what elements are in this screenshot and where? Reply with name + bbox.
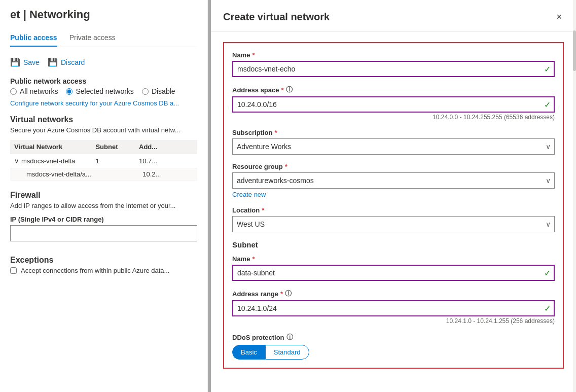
subnet-name-input-wrapper: ✓ (232, 265, 555, 281)
form-border-box: Name * ✓ Address space * ⓘ (223, 42, 564, 369)
left-panel: et | Networking Public access Private ac… (0, 0, 208, 392)
address-space-label: Address space * ⓘ (232, 85, 555, 94)
name-label: Name * (232, 51, 555, 59)
toolbar: 💾 Save 💾 Discard (10, 55, 197, 69)
close-button[interactable]: × (554, 10, 564, 23)
scrollbar-track (573, 0, 576, 392)
subscription-label: Subscription * (232, 129, 555, 136)
create-new-link[interactable]: Create new (232, 191, 555, 198)
firewall-title: Firewall (10, 191, 197, 200)
virtual-networks-title: Virtual networks (10, 115, 197, 124)
ddos-section: DDoS protection ⓘ Basic Standard (232, 333, 555, 360)
address-space-group: Address space * ⓘ ✓ 10.24.0.0 - 10.24.25… (232, 85, 555, 121)
exceptions-section: Exceptions Accept connections from withi… (10, 256, 197, 274)
ddos-basic-button[interactable]: Basic (232, 345, 265, 360)
name-input[interactable] (232, 61, 555, 77)
address-range-input[interactable] (232, 300, 555, 316)
drawer-content: Name * ✓ Address space * ⓘ (211, 32, 576, 392)
radio-selected-networks[interactable]: Selected networks (66, 87, 133, 95)
virtual-networks-subtitle: Secure your Azure Cosmos DB account with… (10, 126, 197, 134)
scrollbar-thumb[interactable] (573, 30, 576, 71)
resource-required: * (285, 163, 287, 170)
table-row[interactable]: ∨msdocs-vnet-delta 1 10.7... (10, 154, 197, 168)
name-required: * (252, 51, 255, 59)
overlay[interactable]: Create virtual network × Name * ✓ (208, 0, 576, 392)
drawer-header: Create virtual network × (211, 0, 576, 32)
tabs-container: Public access Private access (10, 29, 197, 47)
exceptions-title: Exceptions (10, 256, 197, 265)
address-range-hint: 10.24.1.0 - 10.24.1.255 (256 addresses) (232, 317, 555, 325)
location-required: * (262, 206, 264, 214)
ip-input-label: IP (Single IPv4 or CIDR range) (10, 216, 197, 223)
address-check-icon: ✓ (544, 100, 551, 110)
virtual-networks-table: Virtual Network Subnet Add... ∨msdocs-vn… (10, 140, 197, 181)
subnet-name-label: Name * (232, 255, 555, 263)
ddos-info-icon[interactable]: ⓘ (286, 333, 293, 342)
drawer-panel: Create virtual network × Name * ✓ (211, 0, 576, 392)
radio-all-networks[interactable]: All networks (10, 87, 58, 95)
address-range-required: * (280, 290, 283, 298)
resource-group-group: Resource group * adventureworks-cosmos ∨… (232, 163, 555, 198)
ddos-standard-button[interactable]: Standard (265, 345, 309, 360)
subscription-select[interactable]: Adventure Works (232, 138, 555, 155)
subnet-name-required: * (252, 255, 255, 263)
ip-input[interactable] (10, 225, 197, 241)
firewall-subtitle: Add IP ranges to allow access from the i… (10, 202, 197, 209)
address-space-input[interactable] (232, 96, 555, 113)
resource-group-select-wrapper: adventureworks-cosmos ∨ (232, 172, 555, 189)
public-network-access-label: Public network access (10, 77, 197, 85)
location-select[interactable]: West US (232, 216, 555, 232)
address-range-input-wrapper: ✓ (232, 300, 555, 316)
subscription-required: * (274, 129, 277, 136)
save-icon: 💾 (10, 57, 20, 67)
ddos-toggle-group: Basic Standard (232, 345, 309, 360)
subnet-name-input[interactable] (232, 265, 555, 281)
ddos-label: DDoS protection ⓘ (232, 333, 555, 342)
resource-group-select[interactable]: adventureworks-cosmos (232, 172, 555, 189)
address-range-label: Address range * ⓘ (232, 289, 555, 298)
name-check-icon: ✓ (544, 64, 551, 74)
address-range-check-icon: ✓ (544, 304, 551, 313)
address-range-group: Address range * ⓘ ✓ 10.24.1.0 - 10.24.1.… (232, 289, 555, 325)
address-required: * (281, 86, 284, 94)
network-access-options: All networks Selected networks Disable (10, 87, 197, 95)
table-row-sub[interactable]: msdocs-vnet-delta/a... 10.2... (10, 168, 197, 181)
discard-button[interactable]: 💾 Discard (48, 55, 85, 69)
location-group: Location * West US ∨ (232, 206, 555, 232)
subnet-name-check-icon: ✓ (544, 268, 551, 278)
address-space-input-wrapper: ✓ (232, 96, 555, 113)
discard-icon: 💾 (48, 57, 58, 67)
name-input-wrapper: ✓ (232, 61, 555, 77)
page-title: et | Networking (10, 8, 197, 21)
address-range-info-icon[interactable]: ⓘ (285, 289, 292, 298)
table-header: Virtual Network Subnet Add... (10, 140, 197, 154)
tab-public-access[interactable]: Public access (10, 29, 57, 47)
subnet-section: Subnet Name * ✓ (232, 240, 555, 325)
exceptions-checkbox-label[interactable]: Accept connections from within public Az… (10, 267, 197, 274)
save-button[interactable]: 💾 Save (10, 55, 40, 69)
exceptions-checkbox[interactable] (10, 267, 17, 274)
firewall-section: Firewall Add IP ranges to allow access f… (10, 191, 197, 247)
name-group: Name * ✓ (232, 51, 555, 77)
radio-disable[interactable]: Disable (142, 87, 175, 95)
subnet-name-group: Name * ✓ (232, 255, 555, 281)
drawer-title: Create virtual network (223, 11, 330, 23)
resource-group-label: Resource group * (232, 163, 555, 170)
subscription-select-wrapper: Adventure Works ∨ (232, 138, 555, 155)
tab-private-access[interactable]: Private access (69, 29, 116, 47)
address-space-hint: 10.24.0.0 - 10.24.255.255 (65536 address… (232, 114, 555, 121)
location-label: Location * (232, 206, 555, 214)
subscription-group: Subscription * Adventure Works ∨ (232, 129, 555, 155)
location-select-wrapper: West US ∨ (232, 216, 555, 232)
address-info-icon[interactable]: ⓘ (286, 85, 293, 94)
configure-network-link[interactable]: Configure network security for your Azur… (10, 99, 197, 107)
subnet-section-label: Subnet (232, 240, 555, 249)
